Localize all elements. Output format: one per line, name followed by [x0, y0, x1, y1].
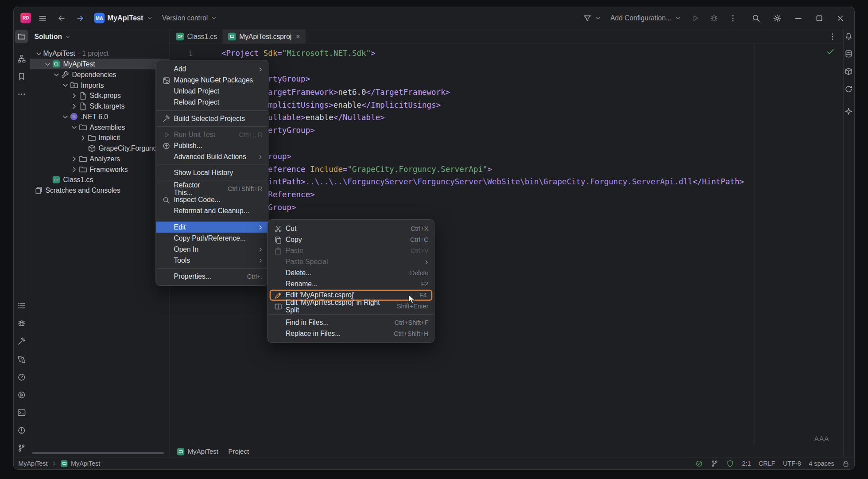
menu-item-reload-project[interactable]: Reload Project: [156, 97, 268, 108]
menu-item-refactor-this[interactable]: Refactor This...Ctrl+Shift+R: [156, 183, 268, 195]
menu-item-open-in[interactable]: Open In: [156, 244, 268, 255]
main-menu-icon[interactable]: [35, 11, 50, 25]
aaa-widget[interactable]: AAA: [814, 435, 829, 443]
terminal-icon[interactable]: [15, 406, 28, 419]
chevron-down-icon[interactable]: [64, 33, 71, 40]
debugger-icon[interactable]: [15, 317, 28, 330]
solution-explorer-icon[interactable]: [15, 30, 28, 43]
minimize-icon[interactable]: [791, 11, 806, 25]
status-project-name[interactable]: MyApiTest: [71, 460, 100, 467]
problems-icon[interactable]: [15, 424, 28, 437]
settings-icon[interactable]: [770, 11, 785, 25]
indent-style[interactable]: 4 spaces: [809, 460, 834, 467]
menu-item-tools[interactable]: Tools: [156, 255, 268, 266]
chevron-down-icon[interactable]: [61, 112, 70, 121]
menu-item-add[interactable]: Add: [156, 64, 268, 75]
back-icon[interactable]: [54, 11, 69, 25]
no-problems-icon[interactable]: [695, 460, 703, 467]
tree-item-imports[interactable]: Imports: [30, 80, 170, 90]
menu-item-replace-in-files[interactable]: Replace in Files...Ctrl+Shift+H: [268, 328, 434, 339]
breadcrumb-project[interactable]: Project: [228, 448, 249, 456]
tree-item-myapitest[interactable]: MyApiTest: [30, 59, 170, 70]
filter-widget[interactable]: [581, 12, 604, 23]
tree-item-sdk-props[interactable]: Sdk.props: [30, 90, 170, 101]
run-configurations-widget[interactable]: Add Configuration...: [608, 13, 684, 23]
tree-item-assemblies[interactable]: Assemblies: [30, 122, 170, 132]
menu-item-find-in-files[interactable]: Find in Files...Ctrl+Shift+F: [268, 317, 434, 328]
menu-item-show-local-history[interactable]: Show Local History: [156, 167, 268, 179]
menu-item-copy-path-reference[interactable]: Copy Path/Reference...: [156, 233, 268, 244]
bookmarks-icon[interactable]: [15, 70, 28, 83]
chevron-down-icon[interactable]: [35, 49, 43, 58]
status-solution-name[interactable]: MyApiTest: [18, 460, 47, 467]
tabs-options-icon[interactable]: [828, 32, 837, 43]
tab-close-icon[interactable]: ×: [296, 32, 300, 41]
caret-position[interactable]: 2:1: [742, 460, 751, 467]
chevron-right-icon[interactable]: [70, 154, 79, 163]
tree-item-analyzers[interactable]: Analyzers: [30, 153, 170, 164]
line-separator[interactable]: CRLF: [759, 460, 775, 467]
menu-item-properties[interactable]: Properties...Ctrl+.: [156, 271, 268, 282]
breadcrumb-myapitest[interactable]: MyApiTest: [177, 448, 218, 456]
tree-item-frameworks[interactable]: Frameworks: [30, 164, 170, 175]
services-icon[interactable]: [15, 353, 28, 366]
build-icon[interactable]: [15, 335, 28, 348]
chevron-right-icon[interactable]: [70, 91, 79, 100]
project-widget[interactable]: MAMyApiTest: [92, 12, 155, 24]
vcs-widget[interactable]: Version control: [160, 13, 220, 23]
version-control-icon[interactable]: [15, 441, 28, 455]
tab-class1-cs[interactable]: C#Class1.cs: [170, 29, 223, 43]
structure-icon[interactable]: [15, 52, 28, 66]
sync-icon[interactable]: [842, 82, 855, 96]
menu-item-edit[interactable]: Edit: [156, 222, 268, 233]
database-icon[interactable]: [842, 47, 855, 60]
menu-item-rename[interactable]: Rename...F2: [268, 279, 434, 290]
notifications-icon[interactable]: [842, 29, 855, 43]
tree-item-implicit[interactable]: Implicit: [30, 132, 170, 143]
tree-horizontal-scrollbar[interactable]: [32, 452, 164, 454]
menu-item-inspect-code[interactable]: Inspect Code...: [156, 195, 268, 206]
profiler-status-icon[interactable]: [726, 460, 734, 467]
tree-item-scratches-and-consoles[interactable]: Scratches and Consoles: [30, 185, 170, 196]
tree-item-myapitest[interactable]: MyApiTest· 1 project: [30, 48, 170, 59]
menu-item-build-selected-projects[interactable]: Build Selected Projects: [156, 113, 268, 124]
tree-item-dependencies[interactable]: Dependencies: [30, 69, 170, 80]
readonly-lock-icon[interactable]: [842, 460, 850, 467]
solution-explorer-header[interactable]: Solution: [30, 29, 170, 44]
ai-assistant-icon[interactable]: [842, 105, 855, 118]
todo-icon[interactable]: [15, 299, 28, 312]
menu-item-reformat-and-cleanup[interactable]: Reformat and Cleanup...: [156, 206, 268, 217]
menu-item-publish[interactable]: Publish...: [156, 140, 268, 151]
menu-item-unload-project[interactable]: Unload Project: [156, 86, 268, 97]
tree-item-grapecity-forguncy-se[interactable]: GrapeCity.Forguncy.Se: [30, 143, 170, 154]
chevron-down-icon[interactable]: [52, 70, 61, 79]
file-encoding[interactable]: UTF-8: [783, 460, 801, 467]
tab-myapitest-csproj[interactable]: MyApiTest.csproj×: [223, 29, 306, 43]
maximize-icon[interactable]: [812, 11, 827, 25]
menu-item-delete[interactable]: Delete...Delete: [268, 268, 434, 279]
chevron-right-icon[interactable]: [70, 165, 79, 174]
tree-item-sdk-targets[interactable]: Sdk.targets: [30, 101, 170, 112]
dependencies-icon[interactable]: [842, 65, 855, 78]
menu-item-advanced-build-actions[interactable]: Advanced Build Actions: [156, 151, 268, 162]
tree-item-net-6-0[interactable]: N.NET 6.0: [30, 111, 170, 122]
forward-icon[interactable]: [73, 11, 88, 25]
chevron-down-icon[interactable]: [61, 81, 70, 90]
chevron-right-icon[interactable]: [79, 133, 88, 142]
search-everywhere-icon[interactable]: [749, 11, 763, 25]
chevron-down-icon[interactable]: [43, 59, 52, 68]
menu-item-cut[interactable]: CutCtrl+X: [268, 223, 434, 234]
profiler-icon[interactable]: [15, 370, 28, 384]
chevron-down-icon[interactable]: [70, 123, 79, 132]
more-actions-icon[interactable]: [726, 11, 740, 25]
run-toolwindow-icon[interactable]: [15, 388, 28, 401]
menu-item-manage-nuget-packages[interactable]: Manage NuGet Packages: [156, 75, 268, 86]
chevron-right-icon[interactable]: [70, 101, 79, 110]
more-tool-windows-icon[interactable]: [15, 88, 28, 101]
vcs-branch-icon[interactable]: [711, 460, 719, 467]
tree-item-class1-cs[interactable]: C#Class1.cs: [30, 175, 170, 185]
close-icon[interactable]: [833, 11, 848, 25]
maximize-glyph: [815, 14, 824, 23]
menu-item-copy[interactable]: CopyCtrl+C: [268, 234, 434, 245]
inspections-ok-icon[interactable]: [826, 47, 835, 58]
